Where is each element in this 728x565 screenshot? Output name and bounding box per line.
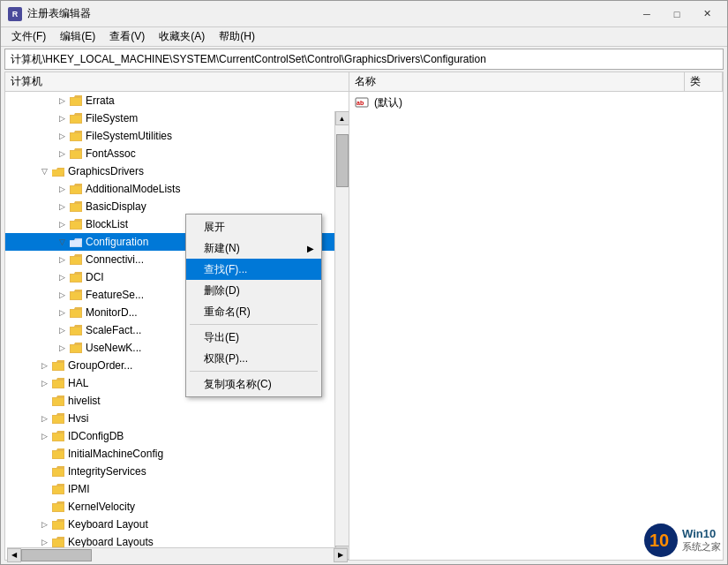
expander[interactable]: ▷ [55, 252, 69, 267]
win10-text-container: Win10 系统之家 [682, 527, 721, 554]
tree-item-integrityservices[interactable]: IntegrityServices [5, 463, 349, 480]
folder-icon [51, 429, 65, 443]
win10-badge: 10 Win10 系统之家 [643, 523, 721, 558]
tree-item-keyboard-layout[interactable]: ▷ Keyboard Layout [5, 516, 349, 533]
folder-icon [51, 517, 65, 531]
folder-icon [69, 341, 83, 355]
folder-icon [69, 129, 83, 143]
horizontal-scrollbar[interactable]: ◀ ▶ [7, 547, 348, 561]
folder-icon [69, 111, 83, 125]
tree-label: ScaleFact... [86, 324, 141, 336]
ctx-item-permissions[interactable]: 权限(P)... [186, 348, 321, 369]
expander[interactable]: ▷ [37, 517, 51, 531]
tree-item-initialmachineconfig[interactable]: InitialMachineConfig [5, 445, 349, 463]
tree-label: IDConfigDB [68, 430, 124, 442]
ctx-item-new[interactable]: 新建(N) ▶ [186, 237, 321, 259]
ctx-item-expand[interactable]: 展开 [186, 216, 321, 237]
tree-header-label: 计算机 [11, 74, 42, 89]
expander[interactable]: ▷ [55, 288, 69, 302]
tree-label: MonitorD... [86, 306, 138, 319]
maximize-button[interactable]: □ [664, 5, 690, 23]
expander[interactable]: ▷ [55, 200, 69, 214]
expander[interactable]: ▷ [55, 323, 69, 337]
ctx-item-rename[interactable]: 重命名(R) [186, 301, 321, 322]
folder-icon [51, 500, 65, 514]
tree-label: Keyboard Layout [68, 518, 148, 531]
vertical-scrollbar[interactable]: ▲ ▼ [334, 111, 349, 560]
folder-icon [51, 411, 65, 426]
tree-label: GraphicsDrivers [68, 165, 144, 177]
folder-icon [51, 482, 65, 496]
tree-label: FontAssoc [86, 147, 136, 160]
tree-item-fontassoc[interactable]: ▷ FontAssoc [5, 145, 349, 162]
tree-item-kernelvelocity[interactable]: KernelVelocity [5, 498, 349, 516]
expander[interactable]: ▷ [55, 147, 69, 161]
expander [37, 447, 51, 461]
app-icon-text: R [12, 10, 19, 19]
reg-item-default[interactable]: ab (默认) [349, 94, 723, 111]
tree-item-basicdisplay[interactable]: ▷ BasicDisplay [5, 198, 349, 215]
menu-edit[interactable]: 编辑(E) [53, 27, 102, 46]
minimize-button[interactable]: ─ [634, 5, 660, 23]
tree-item-filesystem[interactable]: ▷ FileSystem [5, 109, 349, 127]
tree-item-errata[interactable]: ▷ Errata [5, 92, 349, 109]
tree-label: BasicDisplay [86, 200, 146, 213]
ctx-item-copy-name[interactable]: 复制项名称(C) [186, 373, 321, 395]
expander[interactable]: ▷ [37, 358, 51, 373]
expander[interactable]: ▷ [37, 376, 51, 390]
col-name-label: 名称 [355, 74, 376, 89]
scroll-thumb[interactable] [336, 134, 349, 187]
menu-file[interactable]: 文件(F) [4, 27, 53, 46]
menu-help[interactable]: 帮助(H) [212, 27, 262, 46]
expander[interactable]: ▷ [37, 411, 51, 426]
h-scroll-track[interactable] [21, 548, 334, 562]
scroll-track[interactable] [335, 125, 349, 546]
col-name-header: 名称 [349, 72, 685, 91]
tree-item-graphicsdrivers[interactable]: ▽ GraphicsDrivers [5, 162, 349, 180]
scroll-up-button[interactable]: ▲ [335, 111, 349, 125]
right-panel-content: ab (默认) [349, 92, 723, 113]
tree-header: 计算机 [5, 72, 349, 92]
ctx-item-find[interactable]: 查找(F)... [186, 259, 321, 280]
ctx-item-label: 权限(P)... [204, 351, 248, 366]
folder-icon [69, 288, 83, 302]
folder-icon [51, 464, 65, 478]
tree-item-fsutil[interactable]: ▷ FileSystemUtilities [5, 127, 349, 145]
ctx-item-delete[interactable]: 删除(D) [186, 280, 321, 301]
right-panel: 名称 类 ab (默认) [349, 72, 723, 560]
expander[interactable]: ▷ [37, 429, 51, 443]
menu-favorites[interactable]: 收藏夹(A) [152, 27, 212, 46]
tree-label: FileSystemUtilities [86, 130, 172, 142]
tree-item-addlmodelists[interactable]: ▷ AdditionalModeLists [5, 180, 349, 198]
ctx-item-export[interactable]: 导出(E) [186, 327, 321, 348]
tree-label: FileSystem [86, 112, 138, 124]
expander[interactable]: ▷ [55, 341, 69, 355]
expander[interactable]: ▷ [55, 270, 69, 284]
tree-item-ipmi[interactable]: IPMI [5, 480, 349, 498]
folder-icon [51, 394, 65, 408]
folder-icon-open [51, 164, 65, 178]
menu-bar: 文件(F) 编辑(E) 查看(V) 收藏夹(A) 帮助(H) [1, 27, 727, 47]
expander[interactable]: ▷ [55, 129, 69, 143]
expander[interactable]: ▷ [55, 94, 69, 108]
expander[interactable]: ▷ [55, 217, 69, 231]
app-icon: R [8, 7, 22, 21]
expander[interactable]: ▷ [55, 305, 69, 320]
folder-icon [69, 323, 83, 337]
menu-view[interactable]: 查看(V) [102, 27, 152, 46]
address-bar[interactable]: 计算机\HKEY_LOCAL_MACHINE\SYSTEM\CurrentCon… [4, 49, 724, 70]
tree-item-hvsi[interactable]: ▷ Hvsi [5, 410, 349, 427]
h-scroll-thumb[interactable] [21, 549, 92, 561]
expander[interactable]: ▽ [37, 164, 51, 178]
scroll-left-button[interactable]: ◀ [7, 548, 21, 562]
scroll-right-button[interactable]: ▶ [334, 548, 348, 562]
ctx-item-label: 重命名(R) [204, 305, 251, 320]
expander[interactable]: ▷ [55, 111, 69, 125]
close-button[interactable]: ✕ [694, 5, 720, 23]
folder-icon [69, 305, 83, 320]
context-menu: 展开 新建(N) ▶ 查找(F)... 删除(D) 重命名(R) 导出(E) 权… [185, 214, 322, 397]
tree-label: InitialMachineConfig [68, 448, 163, 460]
tree-item-idconfigdb[interactable]: ▷ IDConfigDB [5, 427, 349, 445]
expander[interactable]: ▷ [55, 182, 69, 196]
expander[interactable]: ▽ [55, 235, 69, 249]
